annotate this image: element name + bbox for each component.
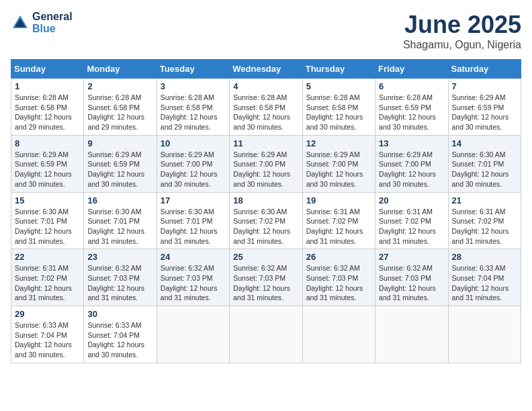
day-info: Sunrise: 6:28 AM Sunset: 6:58 PM Dayligh…: [233, 93, 298, 132]
day-number: 18: [233, 195, 298, 205]
day-info: Sunrise: 6:30 AM Sunset: 7:01 PM Dayligh…: [161, 207, 226, 246]
weekday-header-cell: Friday: [375, 60, 448, 79]
logo: General Blue: [11, 11, 73, 35]
calendar-day-cell: 11Sunrise: 6:29 AM Sunset: 7:00 PM Dayli…: [230, 135, 302, 192]
calendar-day-cell: [448, 306, 521, 363]
calendar-day-cell: 29Sunrise: 6:33 AM Sunset: 7:04 PM Dayli…: [11, 306, 84, 363]
day-number: 16: [87, 195, 152, 205]
calendar-week-row: 1Sunrise: 6:28 AM Sunset: 6:58 PM Daylig…: [11, 79, 521, 136]
day-info: Sunrise: 6:32 AM Sunset: 7:03 PM Dayligh…: [379, 263, 444, 303]
day-info: Sunrise: 6:28 AM Sunset: 6:59 PM Dayligh…: [379, 93, 444, 132]
calendar-day-cell: 10Sunrise: 6:29 AM Sunset: 7:00 PM Dayli…: [157, 135, 229, 192]
calendar-day-cell: 9Sunrise: 6:29 AM Sunset: 6:59 PM Daylig…: [84, 135, 157, 192]
calendar-day-cell: 14Sunrise: 6:30 AM Sunset: 7:01 PM Dayli…: [448, 135, 521, 192]
day-info: Sunrise: 6:29 AM Sunset: 6:59 PM Dayligh…: [87, 150, 152, 189]
day-info: Sunrise: 6:30 AM Sunset: 7:02 PM Dayligh…: [233, 207, 298, 246]
day-info: Sunrise: 6:28 AM Sunset: 6:58 PM Dayligh…: [161, 93, 226, 132]
calendar-table: SundayMondayTuesdayWednesdayThursdayFrid…: [11, 59, 521, 363]
calendar-day-cell: 19Sunrise: 6:31 AM Sunset: 7:02 PM Dayli…: [302, 192, 375, 249]
day-number: 7: [452, 81, 517, 91]
calendar-day-cell: 15Sunrise: 6:30 AM Sunset: 7:01 PM Dayli…: [11, 192, 84, 249]
day-info: Sunrise: 6:32 AM Sunset: 7:03 PM Dayligh…: [306, 263, 371, 303]
day-info: Sunrise: 6:29 AM Sunset: 6:59 PM Dayligh…: [452, 93, 517, 132]
calendar-week-row: 22Sunrise: 6:31 AM Sunset: 7:02 PM Dayli…: [11, 249, 521, 306]
day-info: Sunrise: 6:32 AM Sunset: 7:03 PM Dayligh…: [87, 263, 152, 303]
day-number: 13: [379, 138, 444, 148]
calendar-day-cell: 12Sunrise: 6:29 AM Sunset: 7:00 PM Dayli…: [302, 135, 375, 192]
calendar-body: 1Sunrise: 6:28 AM Sunset: 6:58 PM Daylig…: [11, 79, 521, 363]
weekday-header-cell: Wednesday: [230, 60, 302, 79]
calendar-day-cell: 4Sunrise: 6:28 AM Sunset: 6:58 PM Daylig…: [230, 79, 302, 136]
day-number: 19: [306, 195, 371, 205]
calendar-day-cell: 20Sunrise: 6:31 AM Sunset: 7:02 PM Dayli…: [375, 192, 448, 249]
page-header: General Blue June 2025 Shagamu, Ogun, Ni…: [11, 11, 521, 51]
day-number: 17: [161, 195, 226, 205]
day-info: Sunrise: 6:31 AM Sunset: 7:02 PM Dayligh…: [15, 263, 80, 303]
title-area: June 2025 Shagamu, Ogun, Nigeria: [403, 11, 521, 51]
day-info: Sunrise: 6:30 AM Sunset: 7:01 PM Dayligh…: [452, 150, 517, 189]
calendar-day-cell: 6Sunrise: 6:28 AM Sunset: 6:59 PM Daylig…: [375, 79, 448, 136]
calendar-day-cell: 3Sunrise: 6:28 AM Sunset: 6:58 PM Daylig…: [157, 79, 229, 136]
calendar-day-cell: 30Sunrise: 6:33 AM Sunset: 7:04 PM Dayli…: [84, 306, 157, 363]
weekday-header-row: SundayMondayTuesdayWednesdayThursdayFrid…: [11, 60, 521, 79]
weekday-header-cell: Saturday: [448, 60, 521, 79]
calendar-week-row: 8Sunrise: 6:29 AM Sunset: 6:59 PM Daylig…: [11, 135, 521, 192]
day-info: Sunrise: 6:31 AM Sunset: 7:02 PM Dayligh…: [306, 207, 371, 246]
day-number: 24: [161, 252, 226, 262]
day-number: 3: [161, 81, 226, 91]
day-number: 30: [87, 309, 152, 319]
calendar-day-cell: 1Sunrise: 6:28 AM Sunset: 6:58 PM Daylig…: [11, 79, 84, 136]
logo-icon: [11, 13, 30, 32]
day-number: 12: [306, 138, 371, 148]
calendar-day-cell: 18Sunrise: 6:30 AM Sunset: 7:02 PM Dayli…: [230, 192, 302, 249]
calendar-day-cell: 26Sunrise: 6:32 AM Sunset: 7:03 PM Dayli…: [302, 249, 375, 306]
day-number: 14: [452, 138, 517, 148]
weekday-header-cell: Sunday: [11, 60, 84, 79]
day-info: Sunrise: 6:28 AM Sunset: 6:58 PM Dayligh…: [306, 93, 371, 132]
day-number: 22: [15, 252, 80, 262]
day-number: 27: [379, 252, 444, 262]
day-number: 2: [87, 81, 152, 91]
calendar-day-cell: [375, 306, 448, 363]
day-number: 5: [306, 81, 371, 91]
day-info: Sunrise: 6:29 AM Sunset: 6:59 PM Dayligh…: [15, 150, 80, 189]
weekday-header-cell: Tuesday: [157, 60, 229, 79]
day-info: Sunrise: 6:28 AM Sunset: 6:58 PM Dayligh…: [15, 93, 80, 132]
calendar-day-cell: 17Sunrise: 6:30 AM Sunset: 7:01 PM Dayli…: [157, 192, 229, 249]
calendar-day-cell: 2Sunrise: 6:28 AM Sunset: 6:58 PM Daylig…: [84, 79, 157, 136]
day-info: Sunrise: 6:33 AM Sunset: 7:04 PM Dayligh…: [15, 320, 80, 360]
day-number: 26: [306, 252, 371, 262]
calendar-day-cell: 5Sunrise: 6:28 AM Sunset: 6:58 PM Daylig…: [302, 79, 375, 136]
day-number: 9: [87, 138, 152, 148]
day-number: 25: [233, 252, 298, 262]
day-info: Sunrise: 6:31 AM Sunset: 7:02 PM Dayligh…: [379, 207, 444, 246]
day-number: 1: [15, 81, 80, 91]
day-info: Sunrise: 6:29 AM Sunset: 7:00 PM Dayligh…: [161, 150, 226, 189]
calendar-day-cell: [230, 306, 302, 363]
calendar-day-cell: 7Sunrise: 6:29 AM Sunset: 6:59 PM Daylig…: [448, 79, 521, 136]
calendar-day-cell: 8Sunrise: 6:29 AM Sunset: 6:59 PM Daylig…: [11, 135, 84, 192]
calendar-day-cell: 25Sunrise: 6:32 AM Sunset: 7:03 PM Dayli…: [230, 249, 302, 306]
calendar-week-row: 29Sunrise: 6:33 AM Sunset: 7:04 PM Dayli…: [11, 306, 521, 363]
day-number: 11: [233, 138, 298, 148]
day-number: 28: [452, 252, 517, 262]
day-info: Sunrise: 6:29 AM Sunset: 7:00 PM Dayligh…: [306, 150, 371, 189]
day-info: Sunrise: 6:28 AM Sunset: 6:58 PM Dayligh…: [87, 93, 152, 132]
calendar-day-cell: 21Sunrise: 6:31 AM Sunset: 7:02 PM Dayli…: [448, 192, 521, 249]
day-number: 15: [15, 195, 80, 205]
day-number: 21: [452, 195, 517, 205]
calendar-week-row: 15Sunrise: 6:30 AM Sunset: 7:01 PM Dayli…: [11, 192, 521, 249]
day-info: Sunrise: 6:32 AM Sunset: 7:03 PM Dayligh…: [161, 263, 226, 303]
day-info: Sunrise: 6:29 AM Sunset: 7:00 PM Dayligh…: [379, 150, 444, 189]
calendar-day-cell: [302, 306, 375, 363]
weekday-header-cell: Monday: [84, 60, 157, 79]
day-number: 23: [87, 252, 152, 262]
calendar-day-cell: 28Sunrise: 6:33 AM Sunset: 7:04 PM Dayli…: [448, 249, 521, 306]
calendar-day-cell: 23Sunrise: 6:32 AM Sunset: 7:03 PM Dayli…: [84, 249, 157, 306]
day-info: Sunrise: 6:33 AM Sunset: 7:04 PM Dayligh…: [452, 263, 517, 303]
day-number: 8: [15, 138, 80, 148]
day-number: 10: [161, 138, 226, 148]
day-info: Sunrise: 6:29 AM Sunset: 7:00 PM Dayligh…: [233, 150, 298, 189]
calendar-day-cell: 13Sunrise: 6:29 AM Sunset: 7:00 PM Dayli…: [375, 135, 448, 192]
calendar-day-cell: 22Sunrise: 6:31 AM Sunset: 7:02 PM Dayli…: [11, 249, 84, 306]
